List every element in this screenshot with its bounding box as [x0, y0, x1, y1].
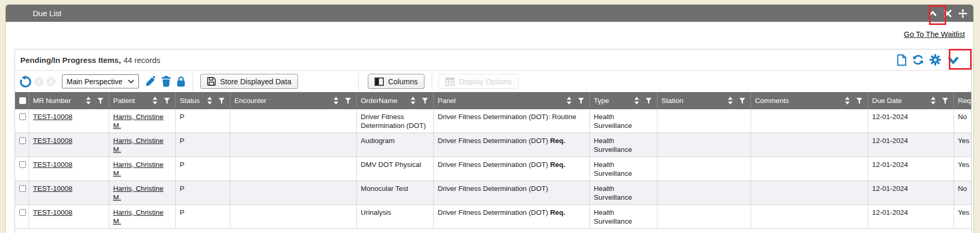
table-header-row: MR NumberPatientStatusEncounterOrderName… [15, 92, 971, 109]
edit-pencil-icon[interactable] [145, 76, 156, 87]
sort-icon[interactable] [845, 97, 850, 105]
sort-icon[interactable] [728, 97, 733, 105]
mr-link[interactable]: TEST-10008 [33, 161, 73, 169]
cell-mr: TEST-10008 [29, 205, 109, 229]
cell-req: Yes [953, 205, 971, 229]
cell-comments [751, 181, 868, 205]
perspective-value: Main Perspective [67, 77, 128, 86]
filter-icon[interactable] [646, 98, 652, 104]
due-list-table-container: MR NumberPatientStatusEncounterOrderName… [15, 92, 971, 229]
next-perspective-button[interactable] [46, 77, 56, 86]
filter-icon[interactable] [856, 98, 862, 104]
due-list-table: MR NumberPatientStatusEncounterOrderName… [15, 92, 971, 229]
filter-icon[interactable] [578, 98, 584, 104]
mr-link[interactable]: TEST-10008 [33, 209, 73, 216]
column-label: Panel [438, 97, 566, 105]
cell-req: Yes [953, 133, 971, 157]
mr-link[interactable]: TEST-10008 [33, 185, 73, 192]
go-to-waitlist-link[interactable]: Go To The Waitlist [904, 30, 965, 38]
patient-link[interactable]: Harris, Christine M. [113, 113, 164, 130]
sort-icon[interactable] [86, 97, 91, 105]
column-header-due[interactable]: Due Date [868, 92, 953, 109]
perspective-dropdown[interactable]: Main Perspective [62, 74, 139, 88]
store-displayed-data-button[interactable]: Store Displayed Data [200, 74, 298, 89]
mr-link[interactable]: TEST-10008 [33, 113, 73, 121]
new-document-icon[interactable] [897, 54, 907, 66]
table-body: TEST-10008Harris, Christine M.PDriver Fi… [15, 109, 971, 229]
panel-text: Driver Fitness Determination (DOT) [438, 185, 548, 192]
close-icon[interactable] [943, 8, 953, 19]
column-header-encounter[interactable]: Encounter [230, 92, 356, 109]
patient-link[interactable]: Harris, Christine M. [113, 185, 164, 201]
collapse-chevron-up-icon[interactable] [927, 8, 938, 19]
sort-icon[interactable] [634, 97, 639, 105]
table-header: MR NumberPatientStatusEncounterOrderName… [15, 92, 971, 109]
cell-req: No [953, 109, 971, 133]
section-header: Pending/In Progress Items, 44 records [15, 49, 971, 70]
cell-order: Urinalysis [356, 205, 433, 229]
columns-button[interactable]: Columns [368, 74, 424, 89]
move-icon[interactable] [958, 8, 968, 19]
mr-link[interactable]: TEST-10008 [33, 137, 73, 145]
column-header-mr[interactable]: MR Number [29, 92, 109, 109]
column-header-panel[interactable]: Panel [433, 92, 589, 109]
column-header-comments[interactable]: Comments [751, 92, 868, 109]
table-row: TEST-10008Harris, Christine M.PUrinalysi… [15, 205, 971, 229]
prev-perspective-button[interactable] [34, 77, 44, 86]
row-checkbox[interactable] [19, 113, 26, 120]
filter-icon[interactable] [942, 98, 948, 104]
window-controls [927, 8, 968, 19]
row-checkbox[interactable] [19, 209, 26, 216]
column-header-status[interactable]: Status [175, 92, 230, 109]
column-header-patient[interactable]: Patient [109, 92, 175, 109]
panel-text: Driver Fitness Determination (DOT) [438, 209, 550, 216]
grid-toolbar: Main Perspective Store Displayed Data Co… [15, 70, 971, 92]
sort-icon[interactable] [207, 97, 212, 105]
sort-icon[interactable] [931, 97, 936, 105]
column-header-station[interactable]: Station [657, 92, 751, 109]
row-checkbox[interactable] [19, 161, 26, 168]
sort-icon[interactable] [410, 97, 416, 105]
sort-icon[interactable] [152, 97, 158, 105]
cell-status: P [175, 157, 230, 181]
lock-icon[interactable] [176, 76, 186, 87]
cell-select [15, 181, 29, 205]
filter-icon[interactable] [345, 98, 351, 104]
filter-icon[interactable] [739, 98, 745, 104]
sort-icon[interactable] [566, 97, 572, 105]
filter-icon[interactable] [218, 98, 225, 104]
patient-link[interactable]: Harris, Christine M. [113, 161, 164, 177]
cell-comments [751, 205, 868, 229]
sort-icon[interactable] [333, 97, 339, 105]
gear-icon[interactable] [930, 54, 941, 66]
patient-link[interactable]: Harris, Christine M. [113, 209, 164, 225]
refresh-icon[interactable] [912, 54, 924, 66]
table-row: TEST-10008Harris, Christine M.PMonocular… [15, 181, 971, 205]
window-titlebar[interactable]: Due List [6, 5, 973, 22]
filter-icon[interactable] [164, 98, 170, 104]
section-title: Pending/In Progress Items, [20, 56, 121, 64]
filter-icon[interactable] [97, 98, 104, 104]
filter-icon[interactable] [422, 98, 428, 104]
select-all-checkbox[interactable] [19, 97, 26, 104]
column-header-order[interactable]: OrderName [356, 92, 433, 109]
undo-icon[interactable] [19, 75, 32, 88]
column-label: Status [180, 97, 207, 105]
cell-status: P [175, 205, 230, 229]
cell-station [657, 181, 751, 205]
cell-select [15, 133, 29, 157]
row-checkbox[interactable] [19, 185, 26, 192]
toolbar-divider [192, 73, 193, 90]
cell-patient: Harris, Christine M. [109, 109, 175, 133]
row-checkbox[interactable] [19, 137, 26, 144]
column-header-type[interactable]: Type [589, 92, 657, 109]
waitlist-link-row: Go To The Waitlist [904, 30, 965, 39]
dropdown-chevron-icon [128, 79, 134, 85]
column-header-req[interactable]: Req [953, 92, 971, 109]
delete-trash-icon[interactable] [161, 76, 171, 87]
cell-type: Health Surveillance [589, 205, 657, 229]
expand-chevron-down-icon[interactable] [947, 54, 960, 67]
panel-required-flag: Req. [550, 137, 565, 145]
patient-link[interactable]: Harris, Christine M. [113, 137, 164, 153]
window-title: Due List [33, 9, 61, 18]
